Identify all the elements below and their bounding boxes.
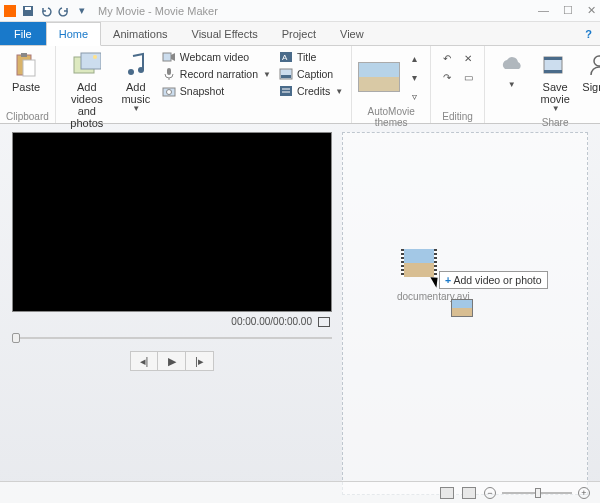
save-movie-button[interactable]: Save movie▼ [535,49,575,116]
tab-view[interactable]: View [328,22,376,45]
save-icon[interactable] [20,3,36,19]
automovie-group-label: AutoMovie themes [358,105,424,128]
next-frame-button[interactable]: |▸ [186,351,214,371]
user-icon [585,51,600,79]
fullscreen-icon[interactable] [318,317,330,327]
snapshot-button[interactable]: Snapshot [160,83,273,99]
drop-tooltip: + Add video or photo [439,271,548,289]
svg-rect-18 [281,75,291,78]
credits-icon [279,84,293,98]
quick-access-toolbar: ▾ [20,3,90,19]
help-icon[interactable]: ? [585,28,592,40]
add-music-label: Add music [118,81,154,105]
tab-animations[interactable]: Animations [101,22,179,45]
delete-button[interactable]: ✕ [458,49,478,67]
editing-group-label: Editing [437,110,478,122]
svg-rect-3 [21,53,27,57]
view-mode-2-icon[interactable] [462,487,476,499]
webcam-icon [162,50,176,64]
ribbon-tabstrip: File Home Animations Visual Effects Proj… [0,22,600,46]
music-icon [122,51,150,79]
svg-point-8 [128,69,134,75]
workspace: 00:00.00/00:00.00 ◂| ▶ |▸ + Add video or… [0,124,600,503]
snapshot-label: Snapshot [180,85,224,97]
view-mode-1-icon[interactable] [440,487,454,499]
caption-label: Caption [297,68,333,80]
tab-visual-effects[interactable]: Visual Effects [180,22,270,45]
narration-label: Record narration [180,68,258,80]
theme-scroll-up[interactable]: ▴ [404,49,424,67]
ribbon: Paste Clipboard Add videos and photos Ad… [0,46,600,124]
window-title: My Movie - Movie Maker [98,5,218,17]
svg-rect-10 [163,53,171,61]
svg-rect-24 [544,70,562,73]
svg-point-25 [594,56,600,66]
record-narration-button[interactable]: Record narration▼ [160,66,273,82]
title-button[interactable]: A Title [277,49,345,65]
seek-slider[interactable] [12,331,332,345]
tab-file[interactable]: File [0,22,46,45]
window-controls: — ☐ ✕ [538,4,596,17]
qat-dropdown-icon[interactable]: ▾ [74,3,90,19]
preview-pane: 00:00.00/00:00.00 ◂| ▶ |▸ [12,132,332,495]
save-movie-icon [541,51,569,79]
theme-expand[interactable]: ▿ [404,87,424,105]
prev-frame-button[interactable]: ◂| [130,351,158,371]
webcam-video-button[interactable]: Webcam video [160,49,273,65]
automovie-theme-thumb[interactable] [358,62,400,92]
rotate-left-button[interactable]: ↶ [437,49,457,67]
clipboard-group-label: Clipboard [6,110,49,122]
svg-rect-1 [25,7,31,10]
ribbon-group-editing: ↶ ✕ ↷ ▭ Editing [431,46,485,123]
svg-text:A: A [282,53,288,62]
save-movie-label: Save movie [537,81,573,105]
caption-button[interactable]: Caption [277,66,345,82]
zoom-out-button[interactable]: − [484,487,496,499]
redo-icon[interactable] [56,3,72,19]
ribbon-group-automovie: ▴ ▾ ▿ AutoMovie themes [352,46,431,123]
add-media-icon [73,51,101,79]
tab-home[interactable]: Home [46,22,101,46]
svg-rect-23 [544,57,562,60]
add-videos-photos-button[interactable]: Add videos and photos [62,49,112,131]
theme-scroll-down[interactable]: ▾ [404,68,424,86]
play-button[interactable]: ▶ [158,351,186,371]
zoom-in-button[interactable]: + [578,487,590,499]
cloud-icon [497,51,525,79]
zoom-control: − + [484,487,590,499]
titlebar: ▾ My Movie - Movie Maker — ☐ ✕ [0,0,600,22]
zoom-slider[interactable] [502,492,572,494]
svg-rect-11 [167,68,171,75]
close-button[interactable]: ✕ [587,4,596,17]
tab-project[interactable]: Project [270,22,328,45]
camera-icon [162,84,176,98]
preview-video [12,132,332,312]
share-cloud-button[interactable]: ▼ [491,49,531,92]
add-music-button[interactable]: Add music▼ [116,49,156,116]
minimize-button[interactable]: — [538,4,549,17]
undo-icon[interactable] [38,3,54,19]
sign-in-button[interactable]: Sign in [579,49,600,95]
dragged-clip-thumb-2 [451,299,473,317]
paste-button[interactable]: Paste [6,49,46,95]
svg-point-9 [138,67,144,73]
credits-label: Credits [297,85,330,97]
credits-button[interactable]: Credits▼ [277,83,345,99]
maximize-button[interactable]: ☐ [563,4,573,17]
mic-icon [162,67,176,81]
svg-rect-19 [280,86,292,96]
rotate-right-button[interactable]: ↷ [437,68,457,86]
share-group-label: Share [491,116,600,128]
storyboard-dropzone[interactable]: + Add video or photo documentary.avi [342,132,588,495]
webcam-label: Webcam video [180,51,249,63]
svg-rect-6 [81,53,101,69]
sign-in-label: Sign in [582,81,600,93]
select-all-button[interactable]: ▭ [458,68,478,86]
dragged-clip-thumb [401,249,437,277]
title-icon: A [279,50,293,64]
svg-rect-4 [23,60,35,76]
paste-icon [12,51,40,79]
ribbon-group-clipboard: Paste Clipboard [0,46,56,123]
status-bar: − + [0,481,600,503]
time-display: 00:00.00/00:00.00 [231,316,312,327]
